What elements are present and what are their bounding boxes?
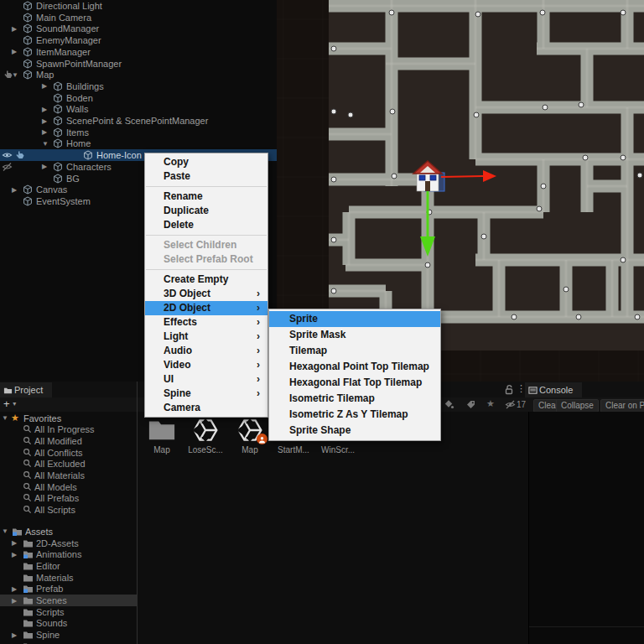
menu-item-ui[interactable]: UI›	[145, 372, 267, 387]
folder-materials[interactable]: Materials	[0, 572, 137, 584]
add-asset-button[interactable]: + ▾	[3, 397, 16, 411]
foldout-closed-icon[interactable]: ▶	[12, 597, 17, 605]
hierarchy-item-walls[interactable]: ▶Walls	[0, 103, 277, 115]
hierarchy-item-label: Items	[66, 127, 89, 138]
menu-item-camera[interactable]: Camera	[145, 401, 267, 415]
hierarchy-item-label: EnemyManager	[36, 35, 101, 45]
hierarchy-item-directional-light[interactable]: Directional Light	[0, 0, 277, 12]
foldout-closed-icon[interactable]: ▶	[12, 186, 17, 194]
submenu-item-hexagonal-flat-top-tilemap[interactable]: Hexagonal Flat Top Tilemap	[269, 375, 440, 391]
submenu-item-sprite-mask[interactable]: Sprite Mask	[269, 327, 440, 343]
folder-prefab[interactable]: ▶Prefab	[0, 583, 137, 595]
submenu-item-hexagonal-point-top-tilemap[interactable]: Hexagonal Point Top Tilemap	[269, 359, 440, 375]
asset-map[interactable]: Map	[228, 417, 272, 454]
menu-item-audio[interactable]: Audio›	[145, 344, 267, 358]
folder-editor[interactable]: Editor	[0, 560, 137, 572]
pickable-hand-icon[interactable]	[14, 150, 25, 160]
hierarchy-item-enemymanager[interactable]: EnemyManager	[0, 34, 277, 46]
asset-losesc-[interactable]: LoseSc...	[184, 417, 227, 454]
hierarchy-item-boden[interactable]: Boden	[0, 92, 277, 104]
hierarchy-item-scenepoint-scenepointmanager[interactable]: ▶ScenePoint & ScenePointManager	[0, 115, 277, 127]
hierarchy-item-itemmanager[interactable]: ▶ItemManager	[0, 46, 277, 58]
menu-item-paste[interactable]: Paste	[145, 169, 267, 184]
folder-scenes[interactable]: ▶Scenes	[0, 595, 137, 606]
foldout-closed-icon[interactable]: ▶	[42, 106, 47, 113]
folder-partial[interactable]: ▶	[0, 641, 137, 644]
submenu-item-sprite-shape[interactable]: Sprite Shape	[269, 423, 440, 439]
foldout-closed-icon[interactable]: ▶	[42, 117, 47, 125]
foldout-closed-icon[interactable]: ▶	[12, 539, 17, 547]
foldout-open-icon[interactable]: ▼	[2, 527, 8, 535]
favorite-search-all-conflicts[interactable]: All Conflicts	[0, 447, 137, 459]
foldout-closed-icon[interactable]: ▶	[12, 48, 17, 55]
folder-sounds[interactable]: Sounds	[0, 617, 137, 629]
label-tag-icon[interactable]	[465, 399, 476, 410]
hierarchy-item-soundmanager[interactable]: ▶SoundManager	[0, 23, 277, 34]
menu-item-3d-object[interactable]: 3D Object›	[145, 287, 267, 301]
hierarchy-item-map[interactable]: ▼Map	[0, 69, 277, 80]
folder-scripts[interactable]: Scripts	[0, 606, 137, 618]
menu-separator	[146, 269, 267, 270]
folder-animations[interactable]: ▶Animations	[0, 548, 137, 560]
tab-console[interactable]: Console	[525, 382, 582, 397]
folder-2d-assets[interactable]: ▶2D-Assets	[0, 538, 137, 549]
foldout-closed-icon[interactable]: ▶	[12, 631, 17, 639]
favorite-search-all-in-progress[interactable]: All In Progress	[0, 423, 137, 435]
waypoint-dot	[621, 10, 626, 15]
paint-bucket-icon[interactable]	[444, 399, 454, 410]
foldout-closed-icon[interactable]: ▶	[42, 163, 47, 170]
tab-project[interactable]: Project	[0, 382, 52, 397]
console-button-collapse[interactable]: Collapse	[556, 399, 599, 413]
favorite-search-all-excluded[interactable]: All Excluded	[0, 458, 137, 470]
menu-item-create-empty[interactable]: Create Empty	[145, 273, 267, 287]
submenu-item-tilemap[interactable]: Tilemap	[269, 343, 440, 359]
waypoint-dot	[331, 46, 336, 51]
foldout-closed-icon[interactable]: ▶	[12, 585, 17, 593]
menu-item-light[interactable]: Light›	[145, 330, 267, 344]
foldout-open-icon[interactable]: ▼	[42, 140, 49, 148]
folder-spine[interactable]: ▶Spine	[0, 629, 137, 641]
menu-item-duplicate[interactable]: Duplicate	[145, 204, 267, 218]
hierarchy-item-spawnpointmanager[interactable]: SpawnPointManager	[0, 58, 277, 70]
menu-item-copy[interactable]: Copy	[145, 155, 267, 169]
menu-item-label: 2D Object	[164, 302, 210, 314]
favorite-search-all-scripts[interactable]: All Scripts	[0, 504, 137, 516]
submenu-item-isometric-tilemap[interactable]: Isometric Tilemap	[269, 391, 440, 407]
favorites-star-icon[interactable]: ★	[486, 398, 495, 409]
menu-item-effects[interactable]: Effects›	[145, 315, 267, 330]
console-log-area[interactable]	[528, 412, 644, 644]
menu-item-select-prefab-root: Select Prefab Root	[145, 252, 267, 267]
favorite-search-all-modified[interactable]: All Modified	[0, 435, 137, 447]
menu-item-video[interactable]: Video›	[145, 358, 267, 372]
lock-icon[interactable]	[504, 384, 515, 395]
favorite-search-all-materials[interactable]: All Materials	[0, 470, 137, 481]
menu-item-rename[interactable]: Rename	[145, 190, 267, 204]
hierarchy-item-home[interactable]: ▼Home	[0, 138, 277, 149]
menu-item-spine[interactable]: Spine›	[145, 387, 267, 401]
hierarchy-item-label: ScenePoint & ScenePointManager	[66, 116, 208, 126]
foldout-closed-icon[interactable]: ▶	[12, 25, 17, 33]
menu-item-delete[interactable]: Delete	[145, 218, 267, 232]
foldout-open-icon[interactable]: ▼	[2, 414, 8, 422]
favorite-search-all-prefabs[interactable]: All Prefabs	[0, 492, 137, 504]
submenu-item-sprite[interactable]: Sprite	[269, 311, 440, 327]
asset-map[interactable]: Map	[140, 417, 184, 454]
foldout-closed-icon[interactable]: ▶	[12, 551, 17, 558]
visibility-off-icon[interactable]	[2, 162, 13, 172]
eye-hidden-icon[interactable]	[505, 399, 516, 410]
project-folder-tree: ▼★FavoritesAll In ProgressAll ModifiedAl…	[0, 412, 137, 644]
hierarchy-item-items[interactable]: ▶Items	[0, 127, 277, 138]
foldout-open-icon[interactable]: ▼	[12, 71, 18, 79]
menu-item-2d-object[interactable]: 2D Object›	[145, 301, 267, 315]
modified-badge-icon	[257, 434, 267, 444]
assets-root[interactable]: ▼Assets	[0, 526, 137, 538]
favorite-search-all-models[interactable]: All Models	[0, 481, 137, 493]
visibility-eye-icon[interactable]	[2, 150, 13, 160]
favorites-root[interactable]: ▼★Favorites	[0, 413, 137, 424]
foldout-closed-icon[interactable]: ▶	[42, 128, 47, 136]
hierarchy-item-buildings[interactable]: ▶Buildings	[0, 80, 277, 92]
console-button-clear-on-p[interactable]: Clear on P	[600, 399, 644, 413]
foldout-closed-icon[interactable]: ▶	[42, 82, 47, 90]
submenu-item-isometric-z-as-y-tilemap[interactable]: Isometric Z As Y Tilemap	[269, 407, 440, 423]
hierarchy-item-main-camera[interactable]: Main Camera	[0, 12, 277, 23]
